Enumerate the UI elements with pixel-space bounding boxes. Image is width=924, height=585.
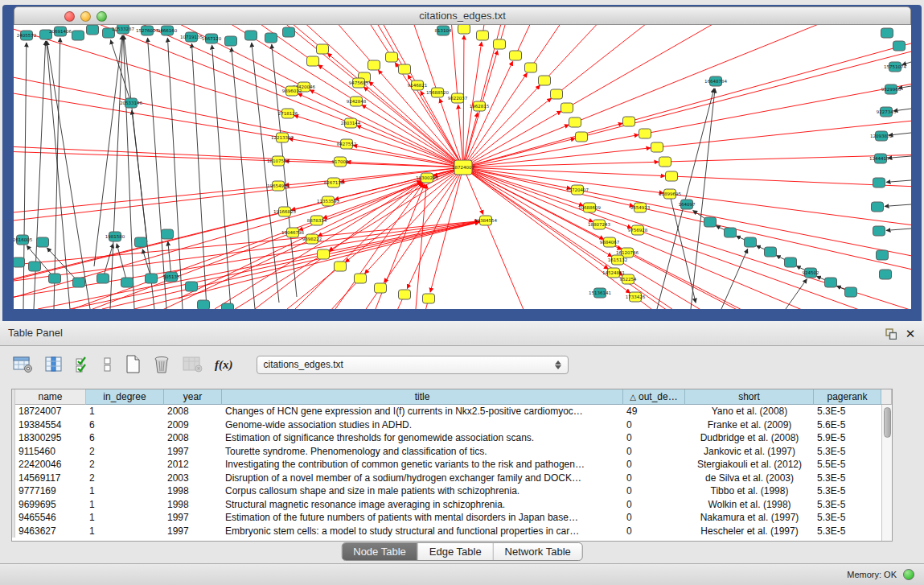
graph-node[interactable] [877, 250, 889, 260]
graph-node[interactable] [283, 27, 295, 37]
table-scrollbar[interactable] [881, 405, 892, 541]
graph-node[interactable] [37, 237, 49, 247]
graph-node[interactable] [872, 202, 884, 212]
graph-node[interactable] [765, 247, 777, 257]
scrollbar-thumb[interactable] [884, 407, 891, 438]
table-panel: Table Panel ✕ [0, 321, 924, 585]
graph-node[interactable] [825, 278, 837, 287]
graph-node[interactable] [307, 56, 319, 66]
graph-node[interactable] [494, 39, 506, 49]
graph-node[interactable] [198, 300, 210, 309]
graph-node[interactable] [375, 283, 387, 293]
network-canvas[interactable]: 2405572206914061053328715276007946616010… [14, 25, 911, 309]
function-builder-button[interactable]: f(x) [215, 355, 233, 374]
graph-edge [531, 25, 911, 68]
graph-node[interactable] [87, 25, 99, 35]
column-header-short[interactable]: short [685, 389, 814, 405]
tab-node-table[interactable]: Node Table [342, 543, 417, 560]
graph-node[interactable] [880, 270, 892, 279]
graph-node[interactable] [458, 25, 470, 34]
tab-network-table[interactable]: Network Table [493, 543, 582, 560]
graph-node[interactable] [666, 171, 678, 181]
graph-node[interactable] [335, 262, 347, 271]
select-all-rows-button[interactable] [75, 355, 91, 374]
close-panel-button[interactable]: ✕ [903, 327, 918, 341]
graph-node[interactable] [659, 157, 671, 167]
graph-node[interactable] [477, 31, 489, 40]
graph-node[interactable] [651, 142, 663, 152]
graph-node[interactable] [368, 60, 380, 70]
graph-node[interactable] [386, 52, 398, 62]
table-row[interactable]: 2242004622012Investigating the contribut… [12, 458, 881, 472]
graph-node[interactable] [135, 237, 147, 247]
graph-node[interactable] [162, 229, 174, 239]
graph-node[interactable] [510, 51, 522, 60]
graph-node[interactable] [881, 28, 893, 38]
graph-node[interactable] [14, 257, 25, 267]
graph-node[interactable] [551, 89, 563, 99]
column-header-year[interactable]: year [164, 389, 222, 405]
graph-node[interactable] [745, 237, 757, 247]
graph-node[interactable] [423, 294, 435, 303]
graph-node[interactable] [222, 303, 234, 309]
graph-node[interactable] [317, 44, 329, 54]
zoom-window-button[interactable] [97, 11, 107, 22]
graph-node[interactable] [97, 274, 109, 283]
graph-node[interactable] [29, 262, 41, 271]
delete-column-button[interactable] [153, 355, 170, 374]
column-header-in-degree[interactable]: in_degree [86, 389, 164, 405]
graph-node[interactable] [893, 41, 906, 51]
graph-node[interactable] [561, 103, 573, 113]
table-row[interactable]: 1456911722003Disruption of a novel membe… [12, 472, 881, 485]
deselect-all-rows-button[interactable] [103, 355, 113, 374]
graph-node[interactable] [639, 129, 651, 138]
graph-node[interactable] [525, 63, 537, 72]
table-row[interactable]: 969969511998Structural magnetic resonanc… [12, 498, 881, 512]
graph-node[interactable] [399, 64, 411, 74]
graph-node[interactable] [539, 76, 551, 85]
table-row[interactable]: 1872400712008Changes of HCN gene express… [12, 405, 881, 418]
table-row[interactable]: 1938455462009Genome-wide association stu… [12, 418, 881, 432]
graph-node[interactable] [576, 132, 588, 142]
column-header-pagerank[interactable]: pagerank [814, 389, 881, 405]
network-window-titlebar[interactable]: citations_edges.txt [14, 6, 911, 25]
column-header-title[interactable]: title [222, 389, 623, 405]
table-row[interactable]: 911546021997Tourette syndrome. Phenomeno… [12, 445, 881, 459]
show-columns-button[interactable] [45, 355, 63, 374]
float-panel-button[interactable] [884, 327, 898, 341]
graph-node[interactable] [399, 290, 411, 299]
graph-node[interactable] [49, 274, 61, 283]
graph-node[interactable] [121, 278, 133, 287]
graph-node[interactable] [623, 117, 635, 126]
new-column-button[interactable] [125, 355, 141, 374]
tab-edge-table[interactable]: Edge Table [417, 543, 493, 560]
table-row[interactable]: 1830029562008Estimation of significance … [12, 431, 881, 445]
table-row[interactable]: 946362711997Embryonic stem cells: a mode… [12, 525, 881, 538]
column-header-out-degree[interactable]: △out_de… [623, 389, 685, 405]
graph-node[interactable] [186, 282, 198, 291]
graph-node[interactable] [785, 257, 797, 267]
graph-node-label: 10688609 [578, 205, 601, 210]
graph-node[interactable] [355, 274, 367, 283]
table-row[interactable]: 946554611997Estimation of the future num… [12, 511, 881, 525]
close-window-button[interactable] [64, 11, 75, 22]
graph-node[interactable] [72, 31, 84, 40]
graph-node[interactable] [704, 217, 717, 227]
graph-node[interactable] [73, 278, 85, 287]
table-selector-dropdown[interactable]: citations_edges.txt [257, 356, 569, 374]
graph-node[interactable] [146, 274, 158, 283]
graph-node[interactable] [318, 249, 330, 259]
column-header-name[interactable]: name [15, 389, 86, 405]
minimize-window-button[interactable] [80, 11, 91, 22]
graph-node-label: 9475685 [349, 80, 369, 85]
graph-node[interactable] [873, 178, 885, 187]
graph-node[interactable] [725, 228, 737, 237]
graph-node[interactable] [873, 226, 885, 236]
graph-node[interactable] [569, 117, 581, 127]
table-settings-button[interactable] [13, 355, 33, 374]
graph-node[interactable] [845, 287, 857, 297]
graph-node[interactable] [265, 33, 277, 43]
graph-node[interactable] [245, 31, 257, 40]
graph-node[interactable] [225, 36, 237, 46]
table-row[interactable]: 977716911998Corpus callosum shape and si… [12, 484, 881, 498]
